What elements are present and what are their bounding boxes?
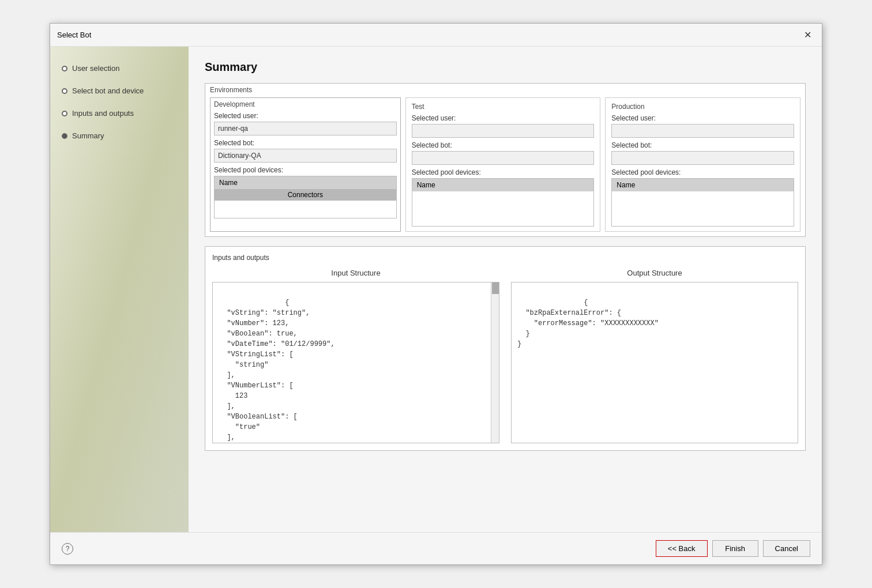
table-row <box>412 191 594 226</box>
footer-right: << Back Finish Cancel <box>656 540 810 557</box>
io-panels: Input Structure { "vString": "string", "… <box>212 269 798 443</box>
test-pool-table: Name <box>412 178 595 227</box>
prod-pool-table: Name <box>611 178 794 227</box>
scrollbar-thumb[interactable] <box>492 282 499 294</box>
environments-section: Environments Development Selected user: … <box>205 83 806 237</box>
dev-selected-bot-input[interactable] <box>214 149 397 163</box>
environments-label: Environments <box>210 86 800 94</box>
output-structure-panel: Output Structure { "bzRpaExternalError":… <box>511 269 798 443</box>
test-panel: Test Selected user: Selected bot: Select… <box>405 97 601 232</box>
input-structure-title: Input Structure <box>212 269 499 277</box>
prod-panel-title: Production <box>611 103 794 111</box>
test-selected-bot-label: Selected bot: <box>412 141 595 149</box>
dialog-body: User selection Select bot and device Inp… <box>50 47 822 532</box>
sidebar-label-user-selection: User selection <box>72 64 119 73</box>
table-row <box>612 191 794 226</box>
back-button[interactable]: << Back <box>656 540 708 557</box>
dev-selected-bot-label: Selected bot: <box>214 139 397 147</box>
env-panels-container: Development Selected user: Selected bot:… <box>210 97 800 232</box>
bullet-icon <box>62 66 67 71</box>
io-section: Inputs and outputs Input Structure { "vS… <box>205 246 806 451</box>
prod-table-empty <box>612 191 794 226</box>
page-title: Summary <box>205 61 806 74</box>
finish-button[interactable]: Finish <box>712 540 758 557</box>
sidebar-label-summary: Summary <box>72 131 104 140</box>
sidebar-item-summary[interactable]: Summary <box>62 131 177 140</box>
prod-pool-label: Selected pool devices: <box>611 168 794 176</box>
dev-table-col-name: Name <box>215 176 397 190</box>
sidebar: User selection Select bot and device Inp… <box>50 47 189 532</box>
bullet-icon <box>62 88 67 94</box>
window-title: Select Bot <box>57 31 91 39</box>
prod-panel: Production Selected user: Selected bot: … <box>605 97 800 232</box>
sidebar-item-select-bot-device[interactable]: Select bot and device <box>62 86 177 95</box>
sidebar-label-select-bot: Select bot and device <box>72 86 144 95</box>
test-selected-bot-input[interactable] <box>412 151 595 165</box>
dev-table-empty <box>215 201 397 218</box>
main-content: Summary Environments Development Selecte… <box>189 47 822 532</box>
dialog-window: Select Bot ✕ User selection Select bot a… <box>50 23 822 565</box>
sidebar-item-inputs-outputs[interactable]: Inputs and outputs <box>62 109 177 118</box>
cancel-button[interactable]: Cancel <box>763 540 810 557</box>
dev-selected-user-input[interactable] <box>214 122 397 135</box>
test-pool-label: Selected pool devices: <box>412 168 595 176</box>
bullet-icon <box>62 133 67 139</box>
dev-selected-user-label: Selected user: <box>214 112 397 120</box>
test-selected-user-input[interactable] <box>412 124 595 138</box>
io-section-title: Inputs and outputs <box>212 254 798 262</box>
test-selected-user-label: Selected user: <box>412 114 595 122</box>
input-structure-panel: Input Structure { "vString": "string", "… <box>212 269 499 443</box>
prod-selected-bot-label: Selected bot: <box>611 141 794 149</box>
scrollbar[interactable] <box>491 282 499 443</box>
output-structure-title: Output Structure <box>511 269 798 277</box>
output-content-wrapper: { "bzRpaExternalError": { "errorMessage"… <box>511 282 798 443</box>
input-text: { "vString": "string", "vNumber": 123, "… <box>219 299 335 442</box>
table-row: Connectors <box>215 189 397 201</box>
sidebar-item-user-selection[interactable]: User selection <box>62 64 177 73</box>
prod-table-col-name: Name <box>612 179 794 192</box>
close-button[interactable]: ✕ <box>800 28 815 42</box>
test-table-empty <box>412 191 594 226</box>
dev-panel: Development Selected user: Selected bot:… <box>210 97 401 232</box>
sidebar-label-inputs-outputs: Inputs and outputs <box>72 109 134 118</box>
dev-pool-label: Selected pool devices: <box>214 166 397 174</box>
prod-selected-user-label: Selected user: <box>611 114 794 122</box>
bullet-icon <box>62 111 67 116</box>
dev-pool-table: Name Connectors <box>214 176 397 218</box>
prod-selected-bot-input[interactable] <box>611 151 794 165</box>
dev-table-connectors: Connectors <box>215 189 397 201</box>
input-content-wrapper: { "vString": "string", "vNumber": 123, "… <box>212 282 499 443</box>
footer: ? << Back Finish Cancel <box>50 532 822 564</box>
table-row <box>215 201 397 218</box>
input-structure-content[interactable]: { "vString": "string", "vNumber": 123, "… <box>212 282 499 443</box>
prod-selected-user-input[interactable] <box>611 124 794 138</box>
output-text: { "bzRpaExternalError": { "errorMessage"… <box>517 299 659 348</box>
footer-left: ? <box>62 543 73 555</box>
help-button[interactable]: ? <box>62 543 73 555</box>
title-bar: Select Bot ✕ <box>50 24 822 47</box>
dev-panel-title: Development <box>214 100 397 108</box>
test-panel-title: Test <box>412 103 595 111</box>
test-table-col-name: Name <box>412 179 594 192</box>
output-structure-content[interactable]: { "bzRpaExternalError": { "errorMessage"… <box>511 282 798 443</box>
